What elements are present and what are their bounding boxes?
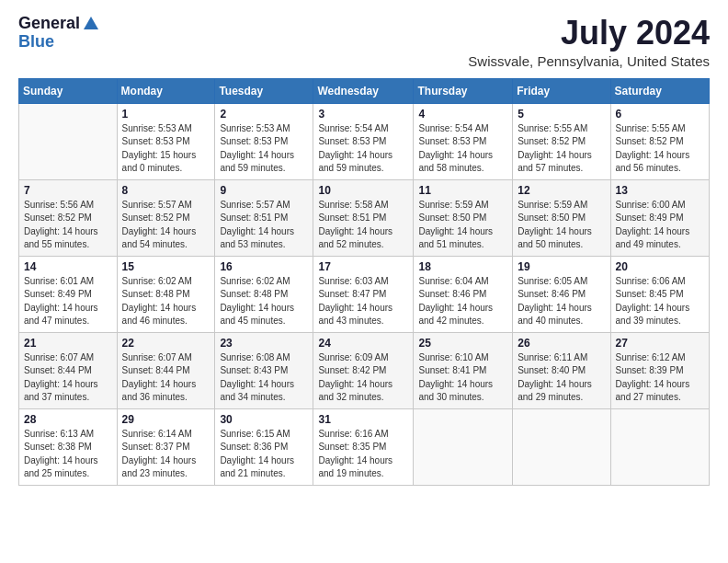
day-info: Sunrise: 6:09 AM Sunset: 8:42 PM Dayligh… [318,351,408,405]
day-number: 9 [220,184,308,197]
day-number: 26 [518,337,605,350]
day-number: 21 [24,337,112,350]
weekday-thursday: Thursday [414,78,513,103]
calendar-cell: 19Sunrise: 6:05 AM Sunset: 8:46 PM Dayli… [513,256,610,332]
day-info: Sunrise: 6:00 AM Sunset: 8:49 PM Dayligh… [616,199,704,252]
day-info: Sunrise: 6:10 AM Sunset: 8:41 PM Dayligh… [418,351,507,405]
day-info: Sunrise: 5:53 AM Sunset: 8:53 PM Dayligh… [122,122,210,176]
day-info: Sunrise: 6:06 AM Sunset: 8:45 PM Dayligh… [616,275,704,328]
calendar-cell: 30Sunrise: 6:15 AM Sunset: 8:36 PM Dayli… [215,408,313,485]
day-number: 19 [518,260,605,273]
weekday-saturday: Saturday [610,78,709,103]
logo-blue: Blue [18,32,54,51]
calendar-cell: 18Sunrise: 6:04 AM Sunset: 8:46 PM Dayli… [414,256,513,332]
day-number: 28 [24,413,112,426]
page: General Blue July 2024 Swissvale, Pennsy… [0,0,728,495]
day-info: Sunrise: 6:05 AM Sunset: 8:46 PM Dayligh… [518,275,605,328]
header: General Blue July 2024 Swissvale, Pennsy… [18,15,710,69]
calendar-cell: 17Sunrise: 6:03 AM Sunset: 8:47 PM Dayli… [313,256,414,332]
day-number: 6 [616,108,704,121]
day-number: 4 [418,108,507,121]
calendar-cell: 25Sunrise: 6:10 AM Sunset: 8:41 PM Dayli… [414,332,513,408]
day-number: 1 [122,108,210,121]
calendar-cell: 3Sunrise: 5:54 AM Sunset: 8:53 PM Daylig… [313,103,414,179]
day-info: Sunrise: 6:14 AM Sunset: 8:37 PM Dayligh… [122,428,210,481]
calendar-cell: 24Sunrise: 6:09 AM Sunset: 8:42 PM Dayli… [313,332,414,408]
calendar-cell: 4Sunrise: 5:54 AM Sunset: 8:53 PM Daylig… [414,103,513,179]
day-info: Sunrise: 6:04 AM Sunset: 8:46 PM Dayligh… [418,275,507,328]
calendar-cell: 13Sunrise: 6:00 AM Sunset: 8:49 PM Dayli… [610,179,709,256]
weekday-header-row: SundayMondayTuesdayWednesdayThursdayFrid… [19,78,710,103]
day-number: 30 [220,413,308,426]
day-number: 15 [122,260,210,273]
day-info: Sunrise: 5:57 AM Sunset: 8:52 PM Dayligh… [122,199,210,252]
day-number: 24 [318,337,408,350]
week-row-3: 14Sunrise: 6:01 AM Sunset: 8:49 PM Dayli… [19,256,710,332]
day-number: 8 [122,184,210,197]
day-info: Sunrise: 5:59 AM Sunset: 8:50 PM Dayligh… [518,199,605,252]
weekday-monday: Monday [117,78,215,103]
calendar-cell: 12Sunrise: 5:59 AM Sunset: 8:50 PM Dayli… [513,179,610,256]
day-info: Sunrise: 5:57 AM Sunset: 8:51 PM Dayligh… [220,199,308,252]
day-number: 18 [418,260,507,273]
day-number: 20 [616,260,704,273]
day-info: Sunrise: 5:55 AM Sunset: 8:52 PM Dayligh… [518,122,605,176]
calendar-cell: 5Sunrise: 5:55 AM Sunset: 8:52 PM Daylig… [513,103,610,179]
day-info: Sunrise: 6:01 AM Sunset: 8:49 PM Dayligh… [24,275,112,328]
day-info: Sunrise: 6:16 AM Sunset: 8:35 PM Dayligh… [318,428,408,481]
day-info: Sunrise: 6:15 AM Sunset: 8:36 PM Dayligh… [220,428,308,481]
day-number: 3 [318,108,408,121]
day-info: Sunrise: 5:53 AM Sunset: 8:53 PM Dayligh… [220,122,308,176]
calendar-cell: 7Sunrise: 5:56 AM Sunset: 8:52 PM Daylig… [19,179,118,256]
weekday-sunday: Sunday [19,78,118,103]
day-number: 27 [616,337,704,350]
calendar-cell [414,408,513,485]
day-info: Sunrise: 6:02 AM Sunset: 8:48 PM Dayligh… [122,275,210,328]
day-info: Sunrise: 6:02 AM Sunset: 8:48 PM Dayligh… [220,275,308,328]
day-number: 2 [220,108,308,121]
calendar-cell: 11Sunrise: 5:59 AM Sunset: 8:50 PM Dayli… [414,179,513,256]
day-number: 7 [24,184,112,197]
day-info: Sunrise: 6:11 AM Sunset: 8:40 PM Dayligh… [518,351,605,405]
logo-icon [82,15,100,33]
calendar-cell: 14Sunrise: 6:01 AM Sunset: 8:49 PM Dayli… [19,256,118,332]
title-block: July 2024 Swissvale, Pennsylvania, Unite… [468,15,710,69]
location-title: Swissvale, Pennsylvania, United States [468,53,710,69]
day-info: Sunrise: 5:58 AM Sunset: 8:51 PM Dayligh… [318,199,408,252]
day-info: Sunrise: 6:07 AM Sunset: 8:44 PM Dayligh… [24,351,112,405]
calendar-cell: 6Sunrise: 5:55 AM Sunset: 8:52 PM Daylig… [610,103,709,179]
logo-general: General [18,15,80,33]
day-number: 11 [418,184,507,197]
day-number: 10 [318,184,408,197]
week-row-1: 1Sunrise: 5:53 AM Sunset: 8:53 PM Daylig… [19,103,710,179]
day-number: 22 [122,337,210,350]
calendar-cell: 2Sunrise: 5:53 AM Sunset: 8:53 PM Daylig… [215,103,313,179]
calendar-cell: 15Sunrise: 6:02 AM Sunset: 8:48 PM Dayli… [117,256,215,332]
calendar-cell: 26Sunrise: 6:11 AM Sunset: 8:40 PM Dayli… [513,332,610,408]
day-info: Sunrise: 6:12 AM Sunset: 8:39 PM Dayligh… [616,351,704,405]
weekday-friday: Friday [513,78,610,103]
calendar-cell: 28Sunrise: 6:13 AM Sunset: 8:38 PM Dayli… [19,408,118,485]
day-number: 13 [616,184,704,197]
day-info: Sunrise: 6:07 AM Sunset: 8:44 PM Dayligh… [122,351,210,405]
day-number: 23 [220,337,308,350]
weekday-wednesday: Wednesday [313,78,414,103]
day-number: 5 [518,108,605,121]
calendar-table: SundayMondayTuesdayWednesdayThursdayFrid… [18,78,710,486]
day-info: Sunrise: 6:13 AM Sunset: 8:38 PM Dayligh… [24,428,112,481]
day-number: 14 [24,260,112,273]
calendar-cell: 29Sunrise: 6:14 AM Sunset: 8:37 PM Dayli… [117,408,215,485]
calendar-cell: 21Sunrise: 6:07 AM Sunset: 8:44 PM Dayli… [19,332,118,408]
day-info: Sunrise: 5:54 AM Sunset: 8:53 PM Dayligh… [418,122,507,176]
day-info: Sunrise: 5:55 AM Sunset: 8:52 PM Dayligh… [616,122,704,176]
calendar-cell: 9Sunrise: 5:57 AM Sunset: 8:51 PM Daylig… [215,179,313,256]
day-number: 31 [318,413,408,426]
logo: General Blue [18,15,100,52]
svg-marker-0 [84,17,98,29]
day-info: Sunrise: 5:54 AM Sunset: 8:53 PM Dayligh… [318,122,408,176]
day-number: 16 [220,260,308,273]
day-number: 12 [518,184,605,197]
day-info: Sunrise: 6:08 AM Sunset: 8:43 PM Dayligh… [220,351,308,405]
month-title: July 2024 [468,15,710,52]
calendar-cell: 8Sunrise: 5:57 AM Sunset: 8:52 PM Daylig… [117,179,215,256]
